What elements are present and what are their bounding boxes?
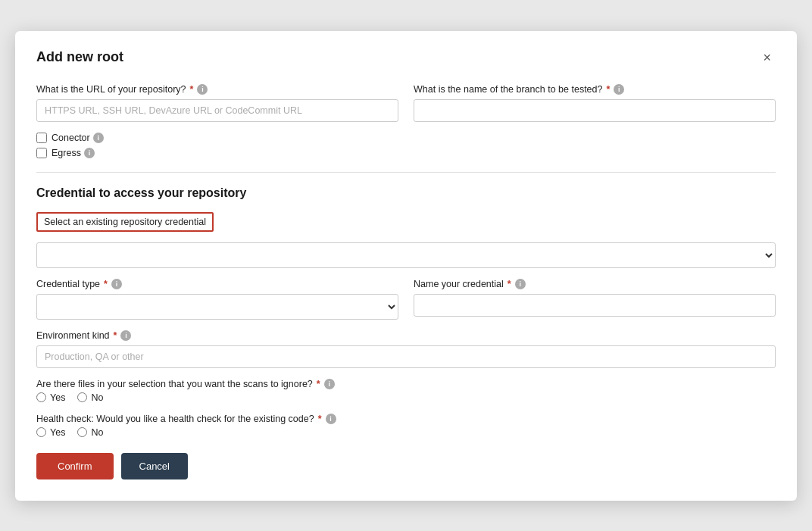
health-check-yes-radio[interactable]	[36, 427, 46, 437]
connector-checkbox[interactable]	[36, 133, 47, 143]
ignore-files-yes-label[interactable]: Yes	[36, 392, 65, 403]
credential-name-col: Name your credential * i	[414, 279, 776, 320]
repo-url-info-icon: i	[197, 84, 208, 95]
repo-url-input[interactable]	[36, 99, 398, 122]
credential-type-col: Credential type * i	[36, 279, 398, 320]
health-check-yes-label[interactable]: Yes	[36, 427, 65, 438]
ignore-files-info-icon: i	[324, 379, 335, 389]
environment-kind-label: Environment kind * i	[36, 330, 776, 341]
ignore-files-yes-radio[interactable]	[36, 392, 46, 402]
branch-name-col: What is the name of the branch to be tes…	[414, 84, 776, 122]
environment-kind-block: Environment kind * i	[36, 330, 776, 368]
egress-info-icon: i	[84, 148, 95, 158]
ignore-files-radio-group: Yes No	[36, 392, 776, 403]
cred-type-required: *	[104, 279, 108, 289]
health-check-no-label[interactable]: No	[77, 427, 103, 438]
section-divider	[36, 172, 776, 173]
credential-type-name-row: Credential type * i Name your credential…	[36, 279, 776, 320]
health-check-block: Health check: Would you like a health ch…	[36, 414, 776, 438]
health-check-question: Health check: Would you like a health ch…	[36, 414, 776, 424]
select-existing-label-wrapper: Select an existing repository credential	[36, 212, 776, 236]
credential-section-title: Credential to access your repository	[36, 186, 776, 200]
environment-kind-input[interactable]	[36, 345, 776, 368]
branch-info-icon: i	[614, 84, 624, 95]
repo-url-required: *	[190, 84, 194, 95]
select-existing-credential-label: Select an existing repository credential	[36, 212, 214, 232]
credential-name-input[interactable]	[414, 294, 776, 317]
connector-info-icon: i	[93, 133, 104, 143]
cred-name-info-icon: i	[515, 279, 526, 289]
cred-name-required: *	[508, 279, 511, 289]
repo-branch-row: What is the URL of your repository? * i …	[36, 84, 776, 122]
confirm-button[interactable]: Confirm	[36, 453, 114, 479]
health-check-no-radio[interactable]	[77, 427, 87, 437]
egress-checkbox[interactable]	[36, 148, 47, 158]
close-button[interactable]: ×	[758, 49, 776, 66]
ignore-files-no-radio[interactable]	[77, 392, 87, 402]
ignore-files-required: *	[317, 379, 320, 389]
ignore-files-block: Are there files in your selection that y…	[36, 379, 776, 403]
credential-type-label: Credential type * i	[36, 279, 398, 289]
health-check-info-icon: i	[326, 414, 336, 424]
egress-label[interactable]: Egress i	[52, 148, 95, 158]
branch-required: *	[606, 84, 610, 95]
branch-name-input[interactable]	[414, 99, 776, 122]
branch-name-label: What is the name of the branch to be tes…	[414, 84, 776, 95]
repo-url-label: What is the URL of your repository? * i	[36, 84, 398, 95]
cred-type-info-icon: i	[111, 279, 122, 289]
credential-type-select[interactable]	[36, 294, 398, 320]
add-new-root-modal: Add new root × What is the URL of your r…	[15, 31, 797, 501]
health-check-radio-group: Yes No	[36, 427, 776, 438]
egress-row: Egress i	[36, 148, 776, 158]
modal-title: Add new root	[36, 49, 123, 65]
env-kind-required: *	[114, 330, 117, 341]
existing-credential-select[interactable]	[36, 242, 776, 268]
credential-name-label: Name your credential * i	[414, 279, 776, 289]
repo-url-col: What is the URL of your repository? * i	[36, 84, 398, 122]
ignore-files-no-label[interactable]: No	[77, 392, 103, 403]
connector-row: Conector i	[36, 133, 776, 143]
button-row: Confirm Cancel	[36, 453, 776, 479]
cancel-button[interactable]: Cancel	[121, 453, 188, 479]
env-kind-info-icon: i	[120, 330, 131, 341]
modal-header: Add new root ×	[36, 49, 776, 66]
ignore-files-question: Are there files in your selection that y…	[36, 379, 776, 389]
connector-label[interactable]: Conector i	[52, 133, 104, 143]
health-check-required: *	[318, 414, 322, 424]
